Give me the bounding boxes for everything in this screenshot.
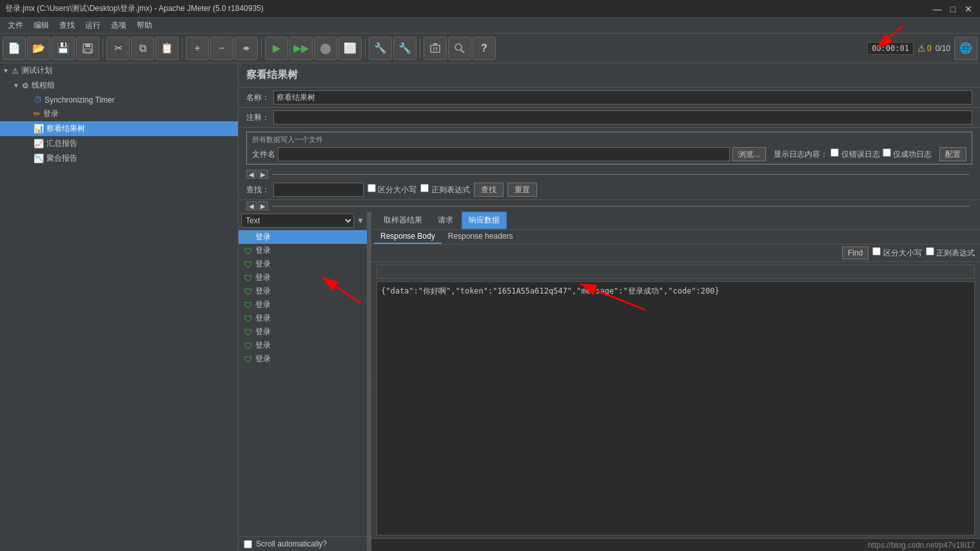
regex-label[interactable]: 正则表达式 bbox=[420, 184, 469, 195]
stop-button[interactable]: ⬤ bbox=[314, 37, 337, 60]
reset-button[interactable]: 重置 bbox=[507, 183, 537, 197]
file-section: 所有数据写入一个文件 文件名 浏览... 显示日志内容： 仅错误日志 仅成功日志… bbox=[246, 132, 972, 165]
regex-checkbox[interactable] bbox=[420, 184, 429, 192]
regex-text: 正则表达式 bbox=[431, 185, 470, 194]
name-input[interactable] bbox=[273, 90, 972, 105]
response-search-input[interactable] bbox=[377, 265, 975, 279]
close-button[interactable]: ✕ bbox=[962, 3, 975, 15]
result-label-5: 登录 bbox=[255, 299, 271, 310]
find-button[interactable]: Find bbox=[842, 246, 868, 259]
search-button[interactable]: 查找 bbox=[474, 183, 504, 197]
shutdown-button[interactable]: ⬜ bbox=[338, 37, 362, 60]
find-regex-checkbox[interactable] bbox=[926, 247, 934, 255]
result-item-8[interactable]: 🛡 登录 bbox=[239, 339, 367, 352]
toggle-button[interactable] bbox=[235, 37, 258, 60]
remote-stop-button[interactable]: 🔧 bbox=[393, 37, 416, 60]
result-success-icon-3: 🛡 bbox=[244, 273, 253, 283]
open-button[interactable]: 📂 bbox=[27, 37, 50, 60]
find-regex-label[interactable]: 正则表达式 bbox=[926, 247, 975, 259]
browse-button[interactable]: 浏览... bbox=[732, 147, 766, 161]
new-button[interactable]: 📄 bbox=[3, 37, 26, 60]
copy-button[interactable]: ⧉ bbox=[131, 37, 154, 60]
success-only-checkbox[interactable] bbox=[883, 148, 891, 157]
result-item-9[interactable]: 🛡 登录 bbox=[239, 352, 367, 366]
comment-input[interactable] bbox=[273, 110, 972, 125]
error-only-checkbox-label[interactable]: 仅错误日志 bbox=[830, 148, 879, 160]
file-name-input[interactable] bbox=[278, 147, 730, 161]
paste-button[interactable]: 📋 bbox=[155, 37, 179, 60]
result-item-3[interactable]: 🛡 登录 bbox=[239, 271, 367, 285]
subtab-response-headers[interactable]: Response headers bbox=[442, 230, 520, 244]
remote-start-button[interactable]: 🔧 bbox=[369, 37, 392, 60]
sidebar-item-thread-group[interactable]: ▼ ⚙ 线程组 bbox=[0, 78, 238, 93]
sidebar-item-sync-timer[interactable]: ⏱ Synchronizing Timer bbox=[0, 93, 238, 106]
scroll-right-btn2[interactable]: ▶ bbox=[258, 201, 268, 210]
subtab-response-body[interactable]: Response Body bbox=[374, 230, 442, 244]
sidebar-item-test-plan[interactable]: ▼ ⚠ 测试计划 bbox=[0, 63, 238, 78]
result-label-8: 登录 bbox=[255, 340, 271, 351]
save-as-button[interactable] bbox=[76, 37, 99, 60]
error-only-checkbox[interactable] bbox=[830, 148, 839, 157]
minimize-button[interactable]: — bbox=[931, 3, 944, 15]
scroll-right-btn[interactable]: ▶ bbox=[258, 170, 268, 179]
sidebar-item-aggregate-report[interactable]: 📉 聚合报告 bbox=[0, 151, 238, 166]
result-item-6[interactable]: 🛡 登录 bbox=[239, 312, 367, 325]
find-case-checkbox[interactable] bbox=[872, 247, 881, 255]
config-button[interactable]: 配置 bbox=[939, 147, 966, 161]
tab-request[interactable]: 请求 bbox=[431, 212, 460, 229]
sidebar-item-view-results[interactable]: 📊 察看结果树 bbox=[0, 121, 238, 136]
result-item-5[interactable]: 🛡 登录 bbox=[239, 298, 367, 312]
format-select[interactable]: Text Regexp Tester CSS/JQuery Tester XPa… bbox=[241, 214, 354, 228]
svg-rect-3 bbox=[431, 45, 440, 52]
scroll-left-btn[interactable]: ◀ bbox=[246, 170, 257, 179]
start-no-pause-button[interactable]: ▶▶ bbox=[289, 37, 313, 60]
display-log-label: 显示日志内容： bbox=[774, 149, 828, 160]
find-case-label[interactable]: 区分大小写 bbox=[872, 247, 921, 259]
result-item-2[interactable]: 🛡 登录 bbox=[239, 257, 367, 271]
sidebar-item-label-summary-report: 汇总报告 bbox=[46, 138, 77, 149]
menu-edit[interactable]: 编辑 bbox=[28, 19, 54, 32]
clear-all-button[interactable] bbox=[424, 37, 447, 60]
result-label-4: 登录 bbox=[255, 286, 271, 297]
search-input[interactable] bbox=[273, 183, 364, 197]
sidebar-item-summary-report[interactable]: 📈 汇总报告 bbox=[0, 136, 238, 151]
menu-options[interactable]: 选项 bbox=[106, 19, 132, 32]
cut-button[interactable]: ✂ bbox=[106, 37, 130, 60]
menu-run[interactable]: 运行 bbox=[80, 19, 106, 32]
menu-search[interactable]: 查找 bbox=[54, 19, 80, 32]
menu-help[interactable]: 帮助 bbox=[132, 19, 157, 32]
tab-sampler-result[interactable]: 取样器结果 bbox=[377, 212, 429, 229]
warning-count: 0 bbox=[927, 44, 932, 53]
view-results-icon: 📊 bbox=[34, 124, 44, 134]
result-item-0[interactable]: 🛡 登录 bbox=[239, 230, 367, 244]
result-item-4[interactable]: 🛡 登录 bbox=[239, 285, 367, 298]
help-toolbar-button[interactable]: ? bbox=[473, 37, 496, 60]
search-toolbar-button[interactable] bbox=[448, 37, 471, 60]
comment-label: 注释： bbox=[246, 112, 270, 123]
aggregate-report-icon: 📉 bbox=[34, 154, 44, 163]
remove-button[interactable]: − bbox=[210, 37, 233, 60]
response-sub-tabs: Response Body Response headers bbox=[371, 230, 980, 245]
start-button[interactable]: ▶ bbox=[265, 37, 288, 60]
result-success-icon-1: 🛡 bbox=[244, 246, 253, 256]
result-label-3: 登录 bbox=[255, 272, 271, 283]
tab-response-data[interactable]: 响应数据 bbox=[462, 212, 507, 229]
success-only-checkbox-label[interactable]: 仅成功日志 bbox=[883, 148, 932, 160]
globe-button[interactable]: 🌐 bbox=[954, 37, 977, 60]
case-sensitive-checkbox[interactable] bbox=[368, 184, 376, 192]
statusbar-url: https://blog.csdn.net/p47v18i17 bbox=[868, 541, 975, 550]
left-tree-pane: Text Regexp Tester CSS/JQuery Tester XPa… bbox=[239, 212, 368, 551]
result-label-6: 登录 bbox=[255, 313, 271, 324]
add-button[interactable]: + bbox=[186, 37, 209, 60]
save-button[interactable]: 💾 bbox=[52, 37, 75, 60]
case-sensitive-label[interactable]: 区分大小写 bbox=[368, 184, 416, 195]
menu-file[interactable]: 文件 bbox=[3, 19, 28, 32]
maximize-button[interactable]: □ bbox=[946, 3, 959, 15]
scroll-auto-checkbox[interactable] bbox=[244, 540, 252, 548]
sidebar: ▼ ⚠ 测试计划 ▼ ⚙ 线程组 ⏱ Synchronizing Timer ✏… bbox=[0, 63, 239, 551]
result-item-7[interactable]: 🛡 登录 bbox=[239, 325, 367, 339]
result-item-1[interactable]: 🛡 登录 bbox=[239, 244, 367, 257]
sidebar-item-login[interactable]: ✏ 登录 bbox=[0, 106, 238, 121]
split-pane: Text Regexp Tester CSS/JQuery Tester XPa… bbox=[239, 212, 980, 551]
scroll-left-btn2[interactable]: ◀ bbox=[246, 201, 257, 210]
